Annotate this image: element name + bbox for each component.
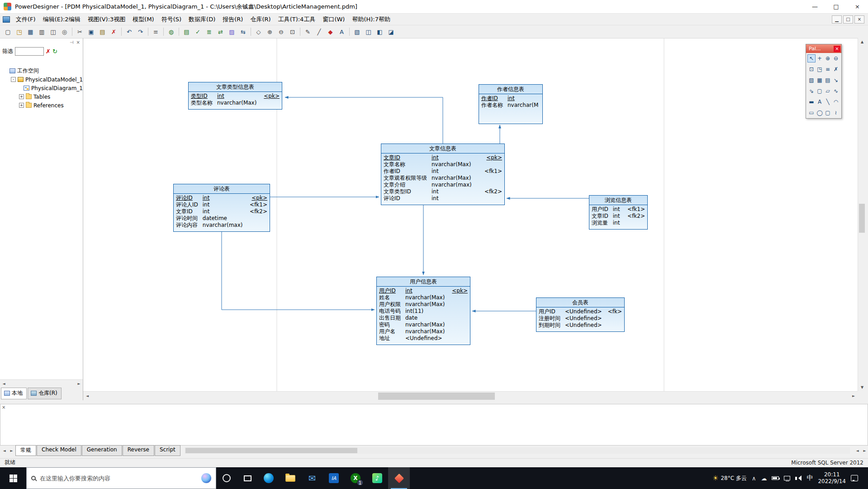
toolbar-cascade-icon[interactable]: ◪ [386, 27, 396, 37]
toolbar-tile-horizontal-icon[interactable]: ◫ [363, 27, 374, 37]
toolbar-mappings-icon[interactable]: ⇆ [238, 27, 248, 37]
table-browse[interactable]: 浏览信息表用户IDint<fk1>文章IDint<fk2>浏览量int [589, 195, 648, 230]
scroll-right-icon[interactable]: ► [75, 380, 83, 388]
toolbar-text-style-icon[interactable]: A [337, 27, 347, 37]
palette-titlebar[interactable]: Pal... × [806, 44, 841, 53]
menu-file[interactable]: 文件(F) [12, 14, 39, 25]
taskbar-app-mail[interactable]: ✉ [301, 467, 323, 489]
palette-tool-line-icon[interactable]: ╲ [824, 98, 832, 106]
output-hscrollbar[interactable] [185, 447, 850, 454]
palette-tool-arc-icon[interactable]: ◠ [832, 98, 840, 106]
mdi-close-button[interactable]: × [854, 15, 864, 24]
menu-repository[interactable]: 仓库(R) [247, 14, 274, 25]
palette-tool-text-icon[interactable]: A [816, 98, 824, 106]
tree-item-PhysicalDataModel_1[interactable]: -PhysicalDataModel_1 [0, 75, 83, 84]
menu-model[interactable]: 模型(M) [129, 14, 157, 25]
palette-tool-link-icon[interactable]: ∿ [832, 87, 840, 95]
action-center-icon[interactable] [851, 475, 858, 481]
toolbar-internet-icon[interactable]: ◍ [166, 27, 176, 37]
output-tab-Reverse[interactable]: Reverse [123, 445, 154, 456]
toolbar-paste-icon[interactable]: ▤ [97, 27, 108, 37]
palette-tool-grabber-icon[interactable]: + [816, 54, 824, 62]
menu-symbol[interactable]: 符号(S) [158, 14, 185, 25]
palette-tool-view-icon[interactable]: ▤ [824, 76, 832, 84]
tree-expander-icon[interactable]: + [19, 94, 24, 99]
maximize-button[interactable]: □ [825, 0, 847, 13]
toolbar-zoom-out-icon[interactable]: ⊖ [276, 27, 286, 37]
toolbar-tile-vertical-icon[interactable]: ◧ [375, 27, 385, 37]
palette-tool-reference-icon[interactable]: ↘ [832, 76, 840, 84]
cloud-icon[interactable]: ☁ [761, 475, 767, 482]
menu-view[interactable]: 视图(V):3视图 [84, 14, 129, 25]
network-icon[interactable] [784, 476, 790, 480]
battery-icon[interactable] [772, 476, 779, 480]
mdi-document-icon[interactable] [3, 16, 10, 23]
ref-comment-user[interactable] [222, 228, 375, 310]
palette-tool-open-diagram-icon[interactable]: ◳ [816, 65, 824, 73]
taskbar-search[interactable] [26, 467, 216, 489]
taskbar-app-xbox[interactable]: X1 [345, 467, 366, 489]
toolbar-redo-icon[interactable]: ↷ [135, 27, 146, 37]
toolbar-new-icon[interactable]: ▢ [3, 27, 13, 37]
search-input[interactable] [40, 475, 197, 482]
palette-tool-rectangle-icon[interactable]: ▭ [807, 109, 816, 117]
browser-hscrollbar[interactable]: ◄ ► [0, 379, 83, 388]
panel-close-icon[interactable]: × [76, 40, 80, 45]
table-comment[interactable]: 评论表评论IDint<pk>评论人IDint<fk1>文章IDint<fk2>评… [173, 184, 270, 232]
output-splitter[interactable] [0, 400, 868, 404]
palette-tool-view-reference-icon[interactable]: ⇘ [807, 87, 816, 95]
tree-expander-icon[interactable]: + [19, 103, 24, 108]
weather-widget[interactable]: ☀ 28°C 多云 [712, 474, 747, 482]
chevron-up-icon[interactable]: ∧ [752, 475, 756, 482]
toolbar-generate-database-icon[interactable]: ≣ [204, 27, 214, 37]
scroll-up-icon[interactable]: ▲ [858, 38, 866, 46]
table-member[interactable]: 会员表用户ID<Undefined><fk>注册时间<Undefined>到期时… [536, 297, 625, 332]
toolbar-show-symbols-icon[interactable]: ▧ [352, 27, 362, 37]
task-view-button[interactable] [237, 467, 258, 489]
filter-clear-icon[interactable]: ✗ [46, 48, 51, 55]
volume-icon[interactable] [795, 475, 802, 481]
minimize-button[interactable]: — [804, 0, 825, 13]
menu-database[interactable]: 数据库(D) [185, 14, 219, 25]
tree-item-工作空间[interactable]: 工作空间 [0, 67, 83, 75]
output-tabs-right-icon[interactable]: ► [8, 447, 15, 454]
output-tab-Script[interactable]: Script [155, 445, 180, 456]
tree-item-PhysicalDiagram_1[interactable]: PhysicalDiagram_1 [0, 84, 83, 92]
scroll-left-icon[interactable]: ◄ [83, 392, 91, 400]
mdi-minimize-button[interactable]: ▁ [832, 15, 842, 24]
toolbar-print-preview-icon[interactable]: ◫ [48, 27, 58, 37]
tree-item-References[interactable]: +References [0, 101, 83, 110]
toolbar-copy-icon[interactable]: ▣ [86, 27, 96, 37]
toolbar-delete-icon[interactable]: ✗ [109, 27, 119, 37]
tab-local[interactable]: 本地 [1, 388, 27, 399]
scroll-down-icon[interactable]: ▼ [858, 384, 866, 391]
taskbar-app-file-explorer[interactable] [280, 467, 301, 489]
cortana-button[interactable] [216, 467, 237, 489]
table-author[interactable]: 作者信息表作者IDint作者名称nvarchar(M [479, 84, 543, 124]
toolbar-zoom-in-icon[interactable]: ⊕ [265, 27, 275, 37]
toolbar-pencil-icon[interactable]: ✎ [303, 27, 313, 37]
table-user[interactable]: 用户信息表用户IDint<pk>姓名nvarchar(Max)用户权限nvarc… [376, 277, 470, 345]
toolbar-cut-icon[interactable]: ✂ [75, 27, 85, 37]
toolbar-zoom-page-icon[interactable]: ⊡ [287, 27, 298, 37]
tree-expander-icon[interactable]: - [11, 77, 16, 82]
palette-tool-properties-icon[interactable]: ≡ [824, 65, 832, 73]
output-tab-常规[interactable]: 常规 [15, 445, 36, 456]
toolbar-save-icon[interactable]: ▦ [25, 27, 36, 37]
close-button[interactable]: × [847, 0, 868, 13]
toolbar-grabber-icon[interactable]: ◇ [253, 27, 264, 37]
menu-window[interactable]: 窗口(W) [319, 14, 348, 25]
start-button[interactable] [0, 467, 26, 489]
toolbar-repository-icon[interactable]: ▨ [227, 27, 237, 37]
taskbar-clock[interactable]: 20:11 2022/9/14 [818, 471, 846, 485]
tab-repository[interactable]: 仓库(R) [28, 388, 62, 399]
output-tab-Check Model[interactable]: Check Model [37, 445, 81, 456]
canvas-vscrollbar[interactable]: ▲ ▼ [858, 38, 866, 391]
filter-refresh-icon[interactable]: ↻ [52, 48, 57, 55]
canvas-hscrollbar[interactable]: ◄ ► [83, 391, 858, 400]
toolbar-print-icon[interactable]: ▥ [37, 27, 47, 37]
toolbar-line-style-icon[interactable]: ╱ [314, 27, 324, 37]
palette-tool-zoom-window-icon[interactable]: ⊡ [807, 65, 816, 73]
palette-tool-polyline-icon[interactable]: ≀ [832, 109, 840, 117]
palette-tool-table-icon[interactable]: ▦ [816, 76, 824, 84]
